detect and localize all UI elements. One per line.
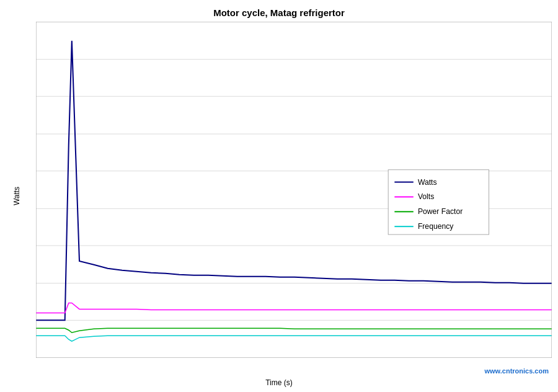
svg-text:Volts: Volts [418,193,434,202]
watermark: www.cntronics.com [484,367,549,375]
chart-title: Motor cycle, Matag refrigertor [0,0,558,18]
chart-container: Motor cycle, Matag refrigertor Watts Tim… [0,0,558,392]
svg-text:Power Factor: Power Factor [418,207,463,216]
svg-text:Watts: Watts [418,178,437,187]
chart-svg: 0 100 200 300 400 500 600 700 800 900 1 … [36,22,552,358]
y-axis-label: Watts [12,187,21,205]
x-axis-label: Time (s) [265,378,293,387]
chart-area: 0 100 200 300 400 500 600 700 800 900 1 … [36,22,552,358]
svg-text:Frequency: Frequency [418,222,453,231]
